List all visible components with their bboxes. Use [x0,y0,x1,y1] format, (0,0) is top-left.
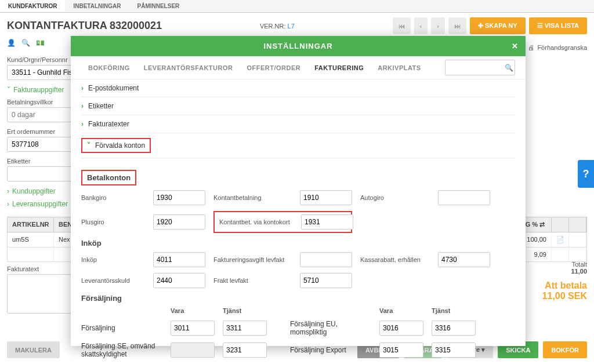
levskuld-input[interactable] [153,273,205,288]
fors-v2[interactable] [379,321,423,336]
totalt-value: 11,00 [542,268,587,275]
settings-modal: INSTÄLLNINGAR ✕ BOKFÖRING LEVERANTÖRSFAK… [71,36,526,346]
modal-search[interactable]: 🔍 [445,60,515,75]
inkop-input[interactable] [153,252,205,267]
vara-header-2: Vara [379,307,423,314]
nav-prev[interactable]: ‹ [414,17,428,34]
autogiro-input[interactable] [438,190,490,205]
kontokort-input[interactable] [301,214,353,230]
kassa-input[interactable] [438,252,490,267]
top-tabs: KUNDFAKTUROR INBETALNINGAR PÅMINNELSER [0,0,594,13]
fors-t3[interactable] [223,343,267,358]
inkop-title: Inköp [81,239,515,247]
kassa-label: Kassarabatt, erhållen [360,256,430,263]
skapa-ny-button[interactable]: ✚ SKAPA NY [470,17,526,34]
modal-header: INSTÄLLNINGAR ✕ [71,36,526,56]
fors-label: Försäljning [81,324,162,332]
nav-first[interactable]: ⏮ [393,17,411,34]
nav-next[interactable]: › [431,17,445,34]
kontokort-label: Kontantbet. via kontokort [219,219,293,225]
page-title: KONTANTFAKTURA 832000021 [7,20,162,32]
accordion-forvalda[interactable]: ˅Förvalda konton [81,138,151,153]
plusgiro-input[interactable] [153,214,205,230]
modal-search-input[interactable] [447,61,505,74]
frakt-input[interactable] [300,273,352,288]
nav-last[interactable]: ⏭ [448,17,466,34]
fors-v3[interactable] [171,343,215,358]
forsaljning-title: Försäljning [81,294,515,303]
makulera-button[interactable]: MAKULERA [7,341,60,358]
att-betala-label: Att betala [542,281,587,291]
faktavg-input[interactable] [300,252,352,267]
levskuld-label: Leverantörsskuld [81,277,145,284]
kontant-label: Kontantbetalning [213,194,292,201]
ver-link[interactable]: L7 [288,23,295,30]
fors-t2[interactable] [432,321,476,336]
fors-t4[interactable] [432,343,476,358]
fors-exp-label: Försäljning Export [290,346,371,354]
modal-tab-arkiv[interactable]: ARKIVPLATS [371,61,428,75]
accordion-fakturatexter[interactable]: ›Fakturatexter [81,115,515,133]
vara-header: Vara [171,307,215,314]
bokfor-button[interactable]: BOKFÖR [543,341,587,358]
accordion-etiketter[interactable]: ›Etiketter [81,97,515,115]
ver-label: VER.NR: [260,23,286,30]
tab-inbetalningar[interactable]: INBETALNINGAR [65,0,129,12]
kontant-input[interactable] [300,190,352,205]
modal-close[interactable]: ✕ [512,42,519,50]
money-icon[interactable]: 💵 [36,39,45,47]
fors-eu-label: Försäljning EU, momspliktig [290,320,371,336]
inkop-label: Inköp [81,256,145,263]
accordion-epost[interactable]: ›E-postdokument [81,79,515,97]
faktavg-label: Faktureringsavgift levfakt [213,256,292,263]
tjanst-header-2: Tjänst [432,307,476,314]
frakt-label: Frakt levfakt [213,277,292,284]
modal-tab-lev[interactable]: LEVERANTÖRSFAKTUROR [137,61,240,75]
search-icon[interactable]: 🔍 [21,39,30,47]
page-header: KONTANTFAKTURA 832000021 VER.NR: L7 ⏮ ‹ … [0,13,594,39]
modal-tab-bokforing[interactable]: BOKFÖRING [81,61,137,75]
print-icon: 🖨 [528,44,534,51]
modal-tab-fakturering[interactable]: FAKTURERING [307,61,371,75]
tab-kundfakturor[interactable]: KUNDFAKTUROR [0,0,65,12]
th-artikelnr: ARTIKELNR [8,217,54,232]
search-icon[interactable]: 🔍 [505,64,513,72]
visa-lista-button[interactable]: ☰ VISA LISTA [529,17,587,34]
totalt-label: Totalt [542,261,587,268]
user-icon[interactable]: 👤 [7,39,16,47]
preview-link[interactable]: 🖨 Förhandsgranska [528,44,587,51]
fors-t1[interactable] [223,321,267,336]
fors-v1[interactable] [171,321,215,336]
tjanst-header: Tjänst [223,307,267,314]
tab-paminnelser[interactable]: PÅMINNELSER [129,0,187,12]
help-tab[interactable]: ? [578,160,594,188]
plusgiro-label: Plusgiro [81,219,145,225]
fors-v4[interactable] [379,343,423,358]
bankgiro-input[interactable] [153,190,205,205]
autogiro-label: Autogiro [360,194,430,201]
betalkonton-title: Betalkonton [81,170,136,185]
modal-tab-offert[interactable]: OFFERT/ORDER [240,61,307,75]
bankgiro-label: Bankgiro [81,194,145,201]
att-betala-value: 11,00 SEK [542,291,587,301]
fors-se-label: Försäljning SE, omvänd skattskyldighet [81,342,162,358]
